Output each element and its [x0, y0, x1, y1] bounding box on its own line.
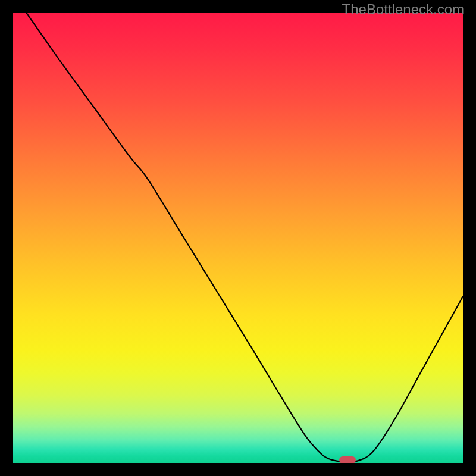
- watermark-text: TheBottleneck.com: [342, 1, 464, 18]
- plot-area: [13, 13, 463, 463]
- chart-frame: TheBottleneck.com: [0, 0, 476, 476]
- bottleneck-curve: [13, 13, 463, 463]
- optimal-marker: [339, 456, 356, 463]
